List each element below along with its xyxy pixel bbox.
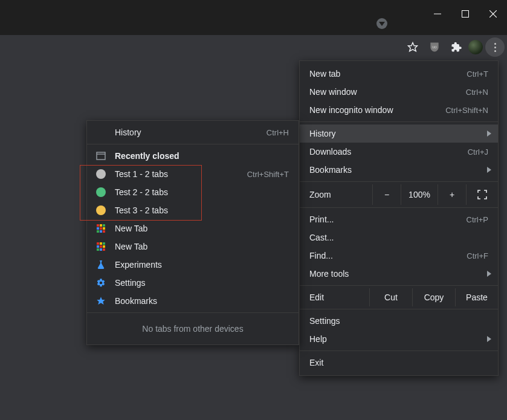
chevron-right-icon bbox=[487, 334, 492, 344]
recent-item-label: Settings bbox=[115, 278, 289, 288]
copy-button[interactable]: Copy bbox=[412, 288, 455, 306]
recent-item-label: Bookmarks bbox=[115, 296, 289, 306]
recent-item[interactable]: New Tab bbox=[87, 237, 299, 256]
recent-item-label: Experiments bbox=[115, 260, 289, 270]
recent-item-label: New Tab bbox=[115, 242, 289, 251]
zoom-label: Zoom bbox=[309, 190, 372, 199]
menu-exit[interactable]: Exit bbox=[300, 354, 498, 372]
heading-text: Recently closed bbox=[115, 151, 289, 161]
fullscreen-button[interactable] bbox=[466, 184, 498, 205]
recent-item[interactable]: New Tab bbox=[87, 219, 299, 237]
menu-shortcut: Ctrl+Shift+N bbox=[445, 106, 488, 115]
zoom-out-button[interactable]: − bbox=[372, 184, 401, 205]
no-tabs-message: No tabs from other devices bbox=[87, 315, 299, 344]
menu-label: Exit bbox=[309, 358, 488, 367]
extension-ublock-icon[interactable]: uo bbox=[425, 37, 444, 57]
menu-more-tools[interactable]: More tools bbox=[300, 265, 498, 283]
menu-label: New window bbox=[309, 87, 466, 97]
closed-item-label: Test 1 - 2 tabs bbox=[115, 169, 247, 179]
apps-grid-icon bbox=[95, 241, 106, 252]
chevron-right-icon bbox=[487, 269, 492, 279]
svg-marker-10 bbox=[487, 336, 491, 342]
menu-label: New incognito window bbox=[309, 105, 445, 115]
menu-new-incognito[interactable]: New incognito window Ctrl+Shift+N bbox=[300, 101, 498, 119]
history-open[interactable]: History Ctrl+H bbox=[87, 123, 299, 141]
menu-edit-row: Edit Cut Copy Paste bbox=[300, 288, 498, 306]
svg-rect-11 bbox=[97, 152, 105, 160]
chevron-right-icon bbox=[487, 129, 492, 138]
menu-label: New tab bbox=[309, 69, 467, 79]
svg-marker-13 bbox=[97, 297, 105, 305]
recent-item-label: New Tab bbox=[115, 224, 289, 233]
zoom-in-button[interactable]: + bbox=[438, 184, 466, 205]
chrome-main-menu: New tab Ctrl+T New window Ctrl+N New inc… bbox=[299, 60, 499, 376]
menu-label: Find... bbox=[309, 251, 467, 260]
history-submenu: History Ctrl+H Recently closed Test 1 - … bbox=[86, 120, 299, 345]
closed-item-label: Test 2 - 2 tabs bbox=[115, 187, 289, 197]
menu-label: Bookmarks bbox=[309, 165, 488, 175]
recent-item[interactable]: Bookmarks bbox=[87, 292, 299, 310]
svg-marker-8 bbox=[487, 167, 491, 173]
profile-avatar[interactable] bbox=[468, 40, 483, 54]
svg-rect-2 bbox=[462, 11, 469, 18]
zoom-level: 100% bbox=[401, 184, 438, 205]
recently-closed-heading: Recently closed bbox=[87, 147, 299, 165]
paste-button[interactable]: Paste bbox=[455, 288, 498, 306]
menu-label: Settings bbox=[309, 316, 488, 326]
svg-marker-0 bbox=[379, 22, 385, 26]
cut-button[interactable]: Cut bbox=[369, 288, 412, 306]
menu-shortcut: Ctrl+Shift+T bbox=[247, 170, 289, 179]
tab-group-dot-icon bbox=[95, 205, 106, 216]
closed-group-item[interactable]: Test 1 - 2 tabs Ctrl+Shift+T bbox=[87, 165, 299, 183]
chevron-right-icon bbox=[487, 165, 492, 175]
minimize-button[interactable] bbox=[424, 0, 451, 28]
account-dropdown-icon[interactable] bbox=[376, 18, 387, 29]
edit-label: Edit bbox=[309, 292, 369, 302]
menu-bookmarks[interactable]: Bookmarks bbox=[300, 161, 498, 179]
svg-marker-5 bbox=[409, 43, 418, 51]
menu-print[interactable]: Print... Ctrl+P bbox=[300, 210, 498, 228]
star-icon bbox=[95, 296, 106, 306]
menu-shortcut: Ctrl+P bbox=[467, 215, 488, 224]
menu-label: Help bbox=[309, 334, 488, 344]
tab-group-dot-icon bbox=[95, 187, 106, 198]
bookmark-star-icon[interactable] bbox=[403, 37, 422, 57]
menu-label: History bbox=[309, 129, 488, 138]
maximize-button[interactable] bbox=[451, 0, 479, 28]
menu-downloads[interactable]: Downloads Ctrl+J bbox=[300, 143, 498, 161]
menu-settings[interactable]: Settings bbox=[300, 312, 498, 330]
menu-label: Print... bbox=[309, 215, 467, 224]
svg-marker-7 bbox=[487, 131, 491, 137]
svg-rect-1 bbox=[434, 14, 441, 15]
window-icon bbox=[95, 150, 106, 161]
menu-find[interactable]: Find... Ctrl+F bbox=[300, 247, 498, 265]
close-button[interactable] bbox=[479, 0, 507, 28]
tab-group-dot-icon bbox=[95, 169, 106, 179]
recent-item[interactable]: Experiments bbox=[87, 256, 299, 274]
flask-icon bbox=[95, 259, 106, 270]
recent-item[interactable]: Settings bbox=[87, 274, 299, 292]
menu-shortcut: Ctrl+F bbox=[467, 251, 488, 260]
menu-shortcut: Ctrl+J bbox=[468, 147, 488, 157]
svg-text:uo: uo bbox=[432, 45, 437, 49]
menu-shortcut: Ctrl+N bbox=[466, 88, 488, 97]
menu-new-window[interactable]: New window Ctrl+N bbox=[300, 83, 498, 101]
menu-label: More tools bbox=[309, 269, 488, 279]
menu-label: Downloads bbox=[309, 147, 468, 157]
chrome-menu-button[interactable] bbox=[485, 37, 505, 57]
extensions-puzzle-icon[interactable] bbox=[447, 37, 466, 57]
menu-new-tab[interactable]: New tab Ctrl+T bbox=[300, 65, 498, 83]
menu-label: History bbox=[115, 128, 266, 137]
gear-icon bbox=[95, 277, 106, 288]
menu-help[interactable]: Help bbox=[300, 330, 498, 348]
menu-shortcut: Ctrl+T bbox=[467, 69, 488, 79]
menu-history[interactable]: History bbox=[300, 124, 498, 143]
menu-label: Cast... bbox=[309, 233, 488, 242]
svg-marker-9 bbox=[487, 271, 491, 277]
apps-grid-icon bbox=[95, 223, 106, 234]
menu-zoom-row: Zoom − 100% + bbox=[300, 184, 498, 205]
menu-cast[interactable]: Cast... bbox=[300, 228, 498, 247]
closed-group-item[interactable]: Test 2 - 2 tabs bbox=[87, 183, 299, 201]
menu-shortcut: Ctrl+H bbox=[266, 128, 289, 137]
closed-group-item[interactable]: Test 3 - 2 tabs bbox=[87, 201, 299, 219]
